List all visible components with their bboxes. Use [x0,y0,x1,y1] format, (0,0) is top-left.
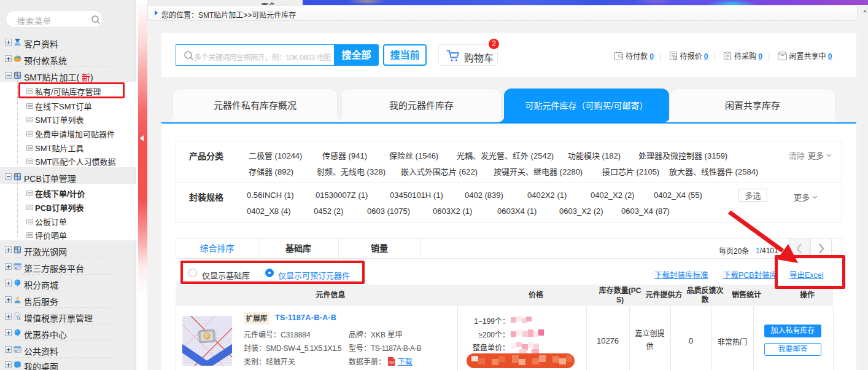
svg-text:PDF: PDF [389,361,395,364]
